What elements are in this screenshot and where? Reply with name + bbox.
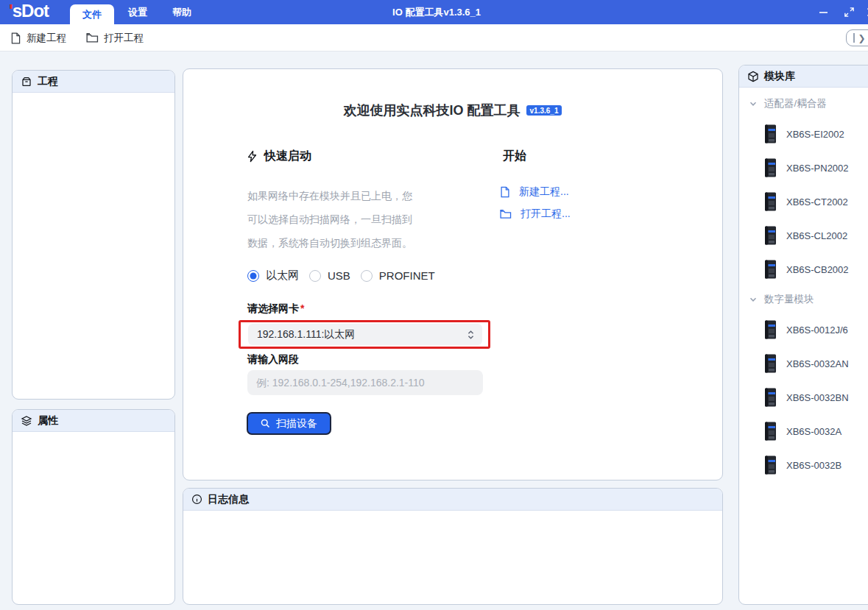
module-item[interactable]: XB6S-0032BN xyxy=(739,380,868,414)
nic-select-label: 请选择网卡 xyxy=(247,302,299,314)
menu-help[interactable]: 帮助 xyxy=(163,0,200,24)
module-library-list: 适配器/耦合器XB6S-EI2002XB6S-PN2002XB6S-CT2002… xyxy=(739,88,868,482)
module-item[interactable]: XB6S-0012J/6 xyxy=(739,313,868,347)
required-mark: * xyxy=(300,302,304,314)
nic-select[interactable]: 192.168.1.111:以太网 xyxy=(248,324,482,345)
radio-ethernet[interactable]: 以太网 xyxy=(247,269,299,283)
open-project-button[interactable]: 打开工程 xyxy=(86,24,144,52)
open-folder-icon xyxy=(86,32,99,43)
module-library-title: 模块库 xyxy=(764,70,795,83)
maximize-button[interactable] xyxy=(838,0,860,24)
info-icon xyxy=(191,494,202,505)
radio-circle xyxy=(247,270,259,282)
start-open-project-link[interactable]: 打开工程... xyxy=(500,208,571,221)
module-library-header: 模块库 xyxy=(739,65,868,88)
module-item-label: XB6S-0032BN xyxy=(786,392,849,403)
module-group-label: 数字量模块 xyxy=(764,293,814,306)
module-item[interactable]: XB6S-CT2002 xyxy=(739,185,868,219)
cube-icon xyxy=(747,71,759,82)
module-group-label: 适配器/耦合器 xyxy=(764,97,827,110)
project-panel-title: 工程 xyxy=(38,75,58,88)
module-item[interactable]: XB6S-CB2002 xyxy=(739,252,868,286)
project-tree-empty[interactable] xyxy=(13,93,174,399)
segment-input[interactable] xyxy=(247,370,483,395)
module-item-label: XB6S-PN2002 xyxy=(786,163,849,174)
open-project-label: 打开工程 xyxy=(104,32,144,45)
lightning-icon xyxy=(246,149,258,163)
module-group-header[interactable]: 适配器/耦合器 xyxy=(739,91,868,117)
chevron-down-icon xyxy=(749,99,758,108)
module-item-label: XB6S-0012J/6 xyxy=(786,324,848,336)
plc-module-icon xyxy=(762,157,778,178)
module-item-label: XB6S-EI2002 xyxy=(786,129,844,140)
quick-start-title: 快速启动 xyxy=(264,149,311,164)
start-open-project-label: 打开工程... xyxy=(521,208,571,221)
radio-usb[interactable]: USB xyxy=(309,269,350,282)
properties-panel: 属性 xyxy=(12,409,175,605)
module-item[interactable]: XB6S-0032AN xyxy=(739,347,868,380)
toolbar: 新建工程 打开工程 ❯ xyxy=(0,24,868,52)
module-item[interactable]: XB6S-0032B xyxy=(739,448,868,482)
panel-toggle-divider xyxy=(853,33,855,43)
plc-module-icon xyxy=(762,421,778,441)
titlebar: 'sDot 文件 设置 帮助 IO 配置工具v1.3.6_1 xyxy=(0,0,868,24)
module-item-label: XB6S-CB2002 xyxy=(786,264,849,275)
plc-module-icon xyxy=(762,387,778,408)
radio-ethernet-label: 以太网 xyxy=(266,269,299,283)
module-item[interactable]: XB6S-PN2002 xyxy=(739,151,868,185)
radio-usb-label: USB xyxy=(328,269,350,282)
maximize-icon xyxy=(844,7,855,18)
module-item-label: XB6S-CL2002 xyxy=(786,230,847,241)
panel-toggle-button[interactable]: ❯ xyxy=(846,29,868,46)
plc-module-icon xyxy=(762,124,778,144)
properties-empty xyxy=(13,432,174,604)
module-item[interactable]: XB6S-CL2002 xyxy=(739,219,868,252)
module-item[interactable]: XB6S-EI2002 xyxy=(739,117,868,151)
app-logo: 'sDot xyxy=(9,1,49,21)
start-title: 开始 xyxy=(503,149,526,164)
module-item[interactable]: XB6S-0032A xyxy=(739,414,868,448)
log-panel: 日志信息 xyxy=(183,488,723,605)
minimize-button[interactable] xyxy=(812,0,834,24)
log-panel-title: 日志信息 xyxy=(208,493,249,506)
radio-circle xyxy=(309,270,321,282)
plc-module-icon xyxy=(762,225,778,246)
welcome-title: 欢迎使用实点科技IO 配置工具 xyxy=(344,102,521,119)
radio-profinet-label: PROFINET xyxy=(379,269,435,282)
version-badge: v1.3.6_1 xyxy=(526,105,562,116)
new-project-button[interactable]: 新建工程 xyxy=(10,24,66,52)
new-file-icon xyxy=(10,32,21,44)
new-project-label: 新建工程 xyxy=(27,32,66,45)
logo-text: sDot xyxy=(13,1,49,21)
description-line: 如果网络中存在模块并且已上电，您 xyxy=(247,184,431,208)
nic-select-value: 192.168.1.111:以太网 xyxy=(257,328,467,341)
search-icon xyxy=(261,419,270,428)
module-item-label: XB6S-0032B xyxy=(786,460,841,471)
plc-module-icon xyxy=(762,259,778,280)
menu-settings[interactable]: 设置 xyxy=(119,0,156,24)
welcome-panel: 欢迎使用实点科技IO 配置工具 v1.3.6_1 快速启动 开始 如果网络中存在… xyxy=(183,68,723,480)
plc-module-icon xyxy=(762,455,778,475)
plc-module-icon xyxy=(762,319,778,340)
radio-circle xyxy=(361,270,373,282)
properties-panel-title: 属性 xyxy=(38,414,58,428)
radio-profinet[interactable]: PROFINET xyxy=(361,269,435,282)
menu-file[interactable]: 文件 xyxy=(70,4,114,24)
scan-devices-label: 扫描设备 xyxy=(276,417,317,430)
chevron-down-icon xyxy=(749,295,758,304)
project-panel: 工程 xyxy=(12,70,175,400)
close-button[interactable] xyxy=(860,0,868,24)
folder-icon xyxy=(500,209,512,219)
minimize-icon xyxy=(819,7,828,17)
module-item-label: XB6S-CT2002 xyxy=(786,196,848,208)
scan-devices-button[interactable]: 扫描设备 xyxy=(247,412,331,435)
start-new-project-link[interactable]: 新建工程... xyxy=(500,185,571,199)
connection-type-radios: 以太网 USB PROFINET xyxy=(247,269,435,283)
file-icon xyxy=(500,186,510,198)
quick-start-description: 如果网络中存在模块并且已上电，您 可以选择自动扫描网络，一旦扫描到 数据，系统将… xyxy=(247,184,431,255)
properties-panel-header: 属性 xyxy=(13,410,174,432)
log-panel-header: 日志信息 xyxy=(183,489,722,511)
segment-input-label: 请输入网段 xyxy=(247,353,299,365)
module-group-header[interactable]: 数字量模块 xyxy=(739,286,868,313)
description-line: 可以选择自动扫描网络，一旦扫描到 xyxy=(247,208,431,231)
